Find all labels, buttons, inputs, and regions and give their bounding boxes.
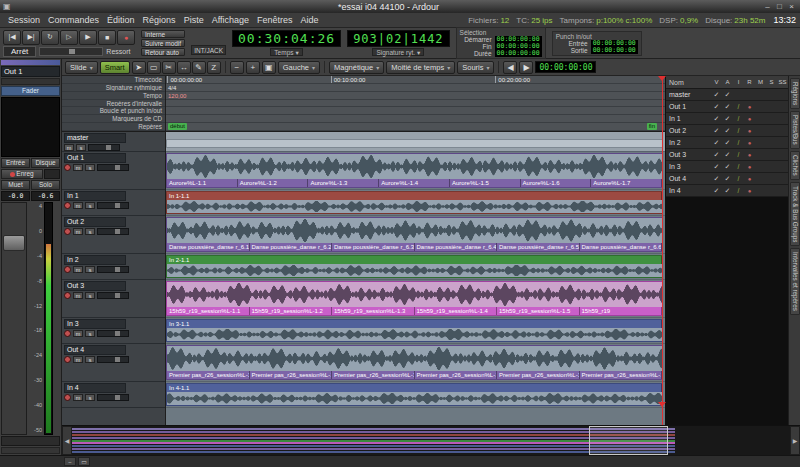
track-lane-in-1[interactable]: In 1-1.1 <box>166 190 665 216</box>
track-name-button[interactable]: In 3 <box>64 319 126 329</box>
mute-button[interactable]: m <box>73 164 83 171</box>
track-header-out-2[interactable]: Out 2ms <box>62 216 165 254</box>
primary-clock[interactable]: 00:30:04:26 <box>232 30 341 47</box>
solo-button[interactable]: s <box>85 394 95 401</box>
track-flag[interactable]: ✓ <box>722 175 733 183</box>
audio-region[interactable]: 15h59_r19_session%L-1.115h59_r19_session… <box>166 281 663 316</box>
track-name-button[interactable]: Out 4 <box>64 345 126 355</box>
waveform[interactable] <box>167 346 662 371</box>
shuttle-mode-button[interactable]: Ressort <box>106 48 130 55</box>
solo-button[interactable]: s <box>85 202 95 209</box>
waveform[interactable] <box>167 264 662 277</box>
strip-input-button[interactable] <box>1 78 60 85</box>
track-list-row-in-2[interactable]: In 2✓✓/● <box>666 137 788 149</box>
maximize-button[interactable]: □ <box>774 2 785 11</box>
mute-button[interactable]: m <box>64 144 74 151</box>
record-button[interactable]: ● <box>117 30 135 45</box>
region-name[interactable]: Danse poussière_danse r_6.4 <box>415 243 498 251</box>
gain-fader[interactable] <box>1 202 27 435</box>
audio-region[interactable]: In 1-1.1 <box>166 191 663 214</box>
track-gain-slider[interactable] <box>97 394 129 401</box>
close-button[interactable]: × <box>786 2 797 11</box>
waveform[interactable] <box>167 392 662 405</box>
region-name[interactable]: Danse poussière_danse r_6.3 <box>332 243 415 251</box>
play-button[interactable]: ▶ <box>79 30 97 45</box>
ruler-row-3[interactable] <box>166 100 665 108</box>
audio-region[interactable]: In 4-1.1 <box>166 383 663 406</box>
track-flag[interactable]: ✓ <box>722 91 733 99</box>
solo-button[interactable]: s <box>85 330 95 337</box>
record-enable-button[interactable] <box>64 228 71 235</box>
side-tab-track-bus-groups[interactable]: Track & Bus Groups <box>790 182 800 246</box>
ruler-row-6[interactable]: débutfin <box>166 123 665 131</box>
menu-affichage[interactable]: Affichage <box>208 15 253 25</box>
region-name[interactable]: Premier pas_r26_session%L-1.2 <box>250 371 333 379</box>
track-header-master[interactable]: masterms <box>62 132 165 152</box>
solo-button[interactable]: s <box>85 266 95 273</box>
edit-mode-select[interactable]: Slide ▾ <box>65 61 98 74</box>
object-tool[interactable]: ➤ <box>132 61 146 74</box>
audio-region[interactable]: Aurore%L-1.1Aurore%L-1.2Aurore%L-1.3Auro… <box>166 153 663 188</box>
track-lane-master[interactable] <box>166 132 665 152</box>
track-flag[interactable]: ✓ <box>722 163 733 171</box>
waveform[interactable] <box>167 218 662 243</box>
loop-button[interactable]: ↻ <box>41 30 59 45</box>
track-flag[interactable]: ✓ <box>711 163 722 171</box>
cut-tool[interactable]: ✂ <box>162 61 176 74</box>
region-name[interactable]: Aurore%L-1.1 <box>167 179 238 187</box>
mute-button[interactable]: m <box>73 202 83 209</box>
solo-button[interactable]: s <box>85 292 95 299</box>
track-gain-slider[interactable] <box>97 356 129 363</box>
ruler-row-2[interactable]: 120,00 <box>166 92 665 100</box>
track-name-button[interactable]: master <box>64 133 126 143</box>
metering-point-button[interactable]: Fader <box>1 86 60 96</box>
track-gain-slider[interactable] <box>97 266 129 273</box>
track-lane-out-4[interactable]: Premier pas_r26_session%L-1.1Premier pas… <box>166 344 665 382</box>
region-name[interactable]: 15h59_r19_session%L-1.2 <box>250 307 333 315</box>
zoom-fit-button[interactable]: ▣ <box>262 61 276 74</box>
audio-region[interactable]: In 3-1.1 <box>166 319 663 342</box>
edit-point-select[interactable]: Souris ▾ <box>457 61 494 74</box>
strip-name-button[interactable]: Out 1 <box>1 66 60 77</box>
track-list-row-in-1[interactable]: In 1✓✓/● <box>666 113 788 125</box>
peak-display[interactable]: -0.6 <box>31 191 60 201</box>
rec-mode-cell[interactable] <box>44 169 60 179</box>
zoom-focus-select[interactable]: Gauche ▾ <box>278 61 320 74</box>
track-flag[interactable]: / <box>733 139 744 146</box>
zoom-in-button[interactable]: + <box>246 61 260 74</box>
track-gain-slider[interactable] <box>97 164 129 171</box>
solo-button[interactable]: Solo <box>31 180 60 190</box>
audio-region[interactable]: Premier pas_r26_session%L-1.1Premier pas… <box>166 345 663 380</box>
ruler-row-5[interactable] <box>166 115 665 123</box>
track-flag[interactable]: / <box>733 175 744 182</box>
track-gain-slider[interactable] <box>97 330 129 337</box>
side-tab-clich-s[interactable]: Clichés <box>790 151 800 180</box>
track-name-button[interactable]: Out 2 <box>64 217 126 227</box>
track-gain-slider[interactable] <box>97 202 129 209</box>
track-flag[interactable]: ● <box>744 188 755 194</box>
side-tab-intervalles-et-rep-res[interactable]: Intervalles et repères <box>790 248 800 315</box>
track-flag[interactable]: / <box>733 163 744 170</box>
menu-piste[interactable]: Piste <box>180 15 208 25</box>
track-flag[interactable]: ● <box>744 152 755 158</box>
track-name-button[interactable]: In 2 <box>64 255 126 265</box>
track-flag[interactable]: ✓ <box>711 91 722 99</box>
region-name[interactable]: In 2-1.1 <box>167 256 662 264</box>
track-list-row-in-4[interactable]: In 4✓✓/● <box>666 185 788 197</box>
zoom-out-button[interactable]: − <box>230 61 244 74</box>
region-name[interactable]: Danse poussière_danse r_6.2 <box>250 243 333 251</box>
zoom-tool[interactable]: Z <box>207 61 221 74</box>
processor-box[interactable] <box>1 97 60 157</box>
track-flag[interactable]: ● <box>744 128 755 134</box>
menu-r-gions[interactable]: Régions <box>139 15 180 25</box>
menu-commandes[interactable]: Commandes <box>44 15 103 25</box>
track-list-row-out-1[interactable]: Out 1✓✓/● <box>666 101 788 113</box>
summary-overview[interactable] <box>72 426 790 455</box>
selection-clock[interactable]: 00:00:00:00 <box>495 50 542 57</box>
record-enable-button[interactable] <box>64 394 71 401</box>
transport-toggle-suivre-modif[interactable]: Suivre modif <box>141 39 185 47</box>
tempo-marker[interactable]: 120,00 <box>168 92 186 100</box>
solo-button[interactable]: s <box>85 356 95 363</box>
waveform[interactable] <box>167 200 662 213</box>
track-flag[interactable]: / <box>733 151 744 158</box>
